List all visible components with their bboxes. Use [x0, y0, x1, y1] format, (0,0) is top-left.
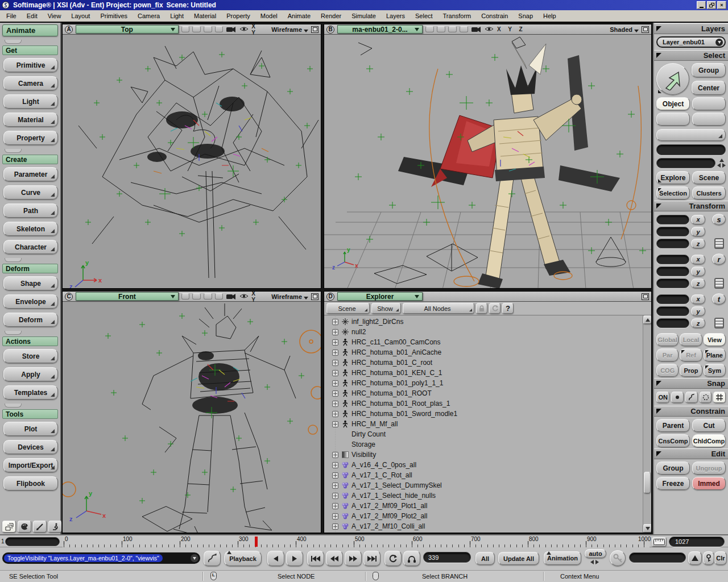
- next-frame-button[interactable]: [286, 551, 303, 566]
- expand-icon[interactable]: [332, 462, 338, 468]
- tree-row[interactable]: Dirty Count: [332, 429, 643, 439]
- tree-row[interactable]: null2: [332, 327, 643, 337]
- axis-link-icon[interactable]: [714, 278, 724, 289]
- expand-icon[interactable]: [332, 472, 338, 479]
- snap-curve-button[interactable]: [685, 392, 698, 403]
- tree-row[interactable]: A_v17_2_Mf09_Plot2_all: [332, 511, 643, 521]
- memo-cam-button[interactable]: [204, 26, 212, 32]
- collapsed-section-stub[interactable]: [5, 404, 22, 408]
- key-up-button[interactable]: [688, 551, 702, 565]
- cog-button[interactable]: COG: [656, 364, 679, 377]
- actions-store-button[interactable]: Store: [3, 349, 58, 363]
- select-group-button[interactable]: Group: [692, 63, 726, 77]
- viewport-b-camera-dropdown[interactable]: ma-enbu01_2-0...: [337, 25, 423, 34]
- scroll-down-button[interactable]: [643, 524, 651, 533]
- translate-y-field[interactable]: [656, 306, 689, 316]
- scale-z-axis-button[interactable]: z: [691, 239, 705, 248]
- rotate-z-field[interactable]: [656, 278, 689, 288]
- tree-row[interactable]: A_v17_2_Mf09_Plot1_all: [332, 501, 643, 511]
- audio-mute-icon[interactable]: [403, 551, 420, 566]
- edit-freeze-button[interactable]: Freeze: [656, 477, 690, 490]
- expand-icon[interactable]: [332, 401, 338, 407]
- get-material-button[interactable]: Material: [3, 113, 58, 127]
- create-parameter-button[interactable]: Parameter: [3, 167, 58, 181]
- menu-transform[interactable]: Transform: [438, 11, 477, 21]
- axis-toggle-xy[interactable]: X Y: [251, 24, 268, 36]
- resize-viewport-icon[interactable]: [311, 26, 318, 33]
- tree-row[interactable]: Visibility: [332, 450, 643, 460]
- explorer-show-menu[interactable]: Show: [371, 303, 401, 314]
- clear-button[interactable]: Clr: [714, 551, 727, 565]
- update-all-button[interactable]: Update All: [498, 552, 539, 565]
- axis-link-icon[interactable]: [714, 238, 724, 249]
- memo-cam-button[interactable]: [437, 26, 445, 32]
- scale-x-field[interactable]: [656, 215, 689, 225]
- viewport-d-view-dropdown[interactable]: Explorer: [337, 292, 423, 301]
- loop-button[interactable]: [384, 551, 402, 566]
- collapsed-section-stub[interactable]: [5, 149, 22, 153]
- tree-row[interactable]: HRC_hotuma_b01_AniCache: [332, 347, 643, 357]
- refresh-icon[interactable]: [489, 303, 500, 314]
- expand-icon[interactable]: [332, 390, 338, 397]
- expand-icon[interactable]: [332, 483, 338, 489]
- go-to-end-button[interactable]: [363, 551, 380, 566]
- select-section-header[interactable]: Select: [654, 50, 728, 61]
- translate-x-field[interactable]: [656, 294, 689, 304]
- previous-frame-button[interactable]: [267, 551, 284, 566]
- walk-tool-icon[interactable]: [48, 521, 62, 533]
- tree-row[interactable]: A_v17_1_Select_DummySkel: [332, 480, 643, 490]
- viewport-b-canvas[interactable]: y x z: [324, 35, 651, 288]
- edit-ungroup-button[interactable]: Ungroup: [692, 462, 726, 475]
- plane-mode-button[interactable]: Plane: [704, 348, 726, 361]
- scale-y-axis-button[interactable]: y: [691, 227, 705, 236]
- tree-row[interactable]: HRC_M_Mf_all: [332, 419, 643, 429]
- display-mode-menu[interactable]: Wireframe: [271, 293, 308, 300]
- tools-plot-button[interactable]: Plot: [3, 422, 58, 436]
- collapsed-section-stub[interactable]: [5, 40, 22, 44]
- tree-row[interactable]: A_v17_1_C_Rot_all: [332, 470, 643, 480]
- selection-field[interactable]: [656, 144, 726, 155]
- playhead[interactable]: [255, 537, 258, 547]
- section-actions[interactable]: Actions: [2, 336, 58, 346]
- section-deform[interactable]: Deform: [2, 264, 58, 273]
- create-skeleton-button[interactable]: Skeleton: [3, 222, 58, 236]
- explorer-scrollbar[interactable]: [643, 315, 651, 533]
- palette-icon[interactable]: [18, 521, 31, 533]
- script-editor-icon[interactable]: [204, 551, 221, 566]
- keyable-field[interactable]: [629, 552, 686, 563]
- rotate-tool-button[interactable]: r: [712, 253, 726, 265]
- menu-file[interactable]: File: [1, 11, 22, 21]
- get-primitive-button[interactable]: Primitive: [3, 58, 58, 72]
- memo-cam-button[interactable]: [215, 26, 224, 32]
- lock-icon[interactable]: [476, 303, 487, 314]
- menu-animate[interactable]: Animate: [283, 11, 316, 21]
- memo-cam-button[interactable]: [215, 293, 224, 300]
- explorer-scene-menu[interactable]: Scene: [326, 303, 370, 314]
- par-mode-button[interactable]: Par: [656, 348, 679, 361]
- tree-row[interactable]: A_v16_4_C_0pos_all: [332, 460, 643, 470]
- collapsed-section-stub[interactable]: [5, 331, 22, 335]
- expand-icon[interactable]: [332, 452, 338, 458]
- chldcomp-button[interactable]: ChldComp: [692, 434, 726, 447]
- menu-edit[interactable]: Edit: [22, 11, 43, 21]
- go-to-start-button[interactable]: [307, 551, 324, 566]
- tree-row[interactable]: HRC_hotuma_b01_ROOT: [332, 388, 643, 398]
- sym-button[interactable]: Sym: [704, 364, 726, 377]
- create-character-button[interactable]: Character: [3, 240, 58, 254]
- select-blank-button[interactable]: [692, 97, 726, 110]
- tree-row[interactable]: A_v17_2_Mf10_Colli_all: [332, 521, 643, 531]
- play-forward-button[interactable]: [345, 551, 362, 566]
- tree-row[interactable]: HRC_hotuma_b01_poly1_1_1: [332, 378, 643, 388]
- scale-y-field[interactable]: [656, 227, 689, 236]
- resize-viewport-icon[interactable]: [311, 293, 318, 300]
- all-button[interactable]: All: [475, 552, 495, 565]
- playback-panel-button[interactable]: Playback: [224, 551, 262, 566]
- minimize-button[interactable]: [697, 1, 706, 9]
- snap-point-button[interactable]: [671, 392, 684, 403]
- title-bar[interactable]: Softimage® | XSI (Adv - Ent) Project: po…: [0, 0, 728, 10]
- auto-key-spinner[interactable]: [590, 560, 599, 564]
- get-camera-button[interactable]: Camera: [3, 76, 58, 90]
- tree-row[interactable]: HRC_hotuma_b01_KEN_C_1: [332, 368, 643, 378]
- selection-spinner[interactable]: [717, 159, 726, 168]
- selection-subfield[interactable]: [656, 158, 715, 168]
